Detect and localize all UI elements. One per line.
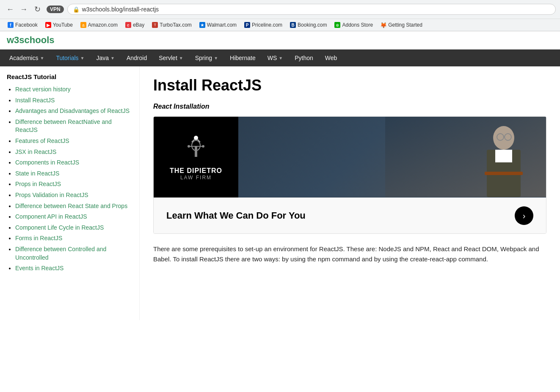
chevron-down-icon: ▼ [80,56,85,60]
addons-icon: ⊕ [334,22,340,28]
bookmarks-bar: f Facebook ▶ YouTube a Amazon.com e eBay… [0,19,560,31]
list-item: Props Validation in ReactJS [15,191,132,200]
nav-item-android[interactable]: Android [121,49,153,66]
ad-image [238,117,546,197]
ad-left-panel: THE DIPIETRO LAW FIRM [154,117,238,197]
ad-cta-button[interactable]: › [515,206,533,225]
list-item: Difference between React State and Props [15,202,132,211]
list-item: Difference between Controlled and Uncont… [15,245,132,262]
bookmark-getting-started[interactable]: 🦊 Getting Started [377,21,426,29]
bookmark-label: Addons Store [342,22,373,28]
sidebar-link-state[interactable]: State in ReactJS [15,170,59,177]
sidebar-link-props-validation[interactable]: Props Validation in ReactJS [15,192,88,198]
list-item: Advantages and Disadvantages of ReactJS [15,107,132,115]
sidebar-link-react-version[interactable]: React version history [15,86,71,93]
lock-icon: 🔒 [73,6,80,13]
amazon-icon: a [80,22,86,28]
bookmark-ebay[interactable]: e eBay [122,21,148,29]
vpn-badge[interactable]: VPN [47,5,64,13]
list-item: Difference between ReactNative and React… [15,118,132,134]
nav-item-hibernate[interactable]: Hibernate [224,49,262,66]
sidebar-link-diff-state-props[interactable]: Difference between React State and Props [15,203,127,209]
chevron-down-icon: ▼ [110,56,115,60]
chevron-down-icon: ▼ [279,56,283,60]
ad-right-panel [238,117,546,197]
bookmark-priceline[interactable]: P Priceline.com [241,21,286,29]
bookmark-walmart[interactable]: ★ Walmart.com [196,21,240,29]
section-heading: React Installation [153,103,546,110]
reload-button[interactable]: ↻ [31,3,43,15]
youtube-icon: ▶ [45,22,51,28]
browser-toolbar: ← → ↻ VPN 🔒 w3schools.blog/install-react… [0,0,560,19]
sidebar-link-events[interactable]: Events in ReactJS [15,265,63,271]
sidebar-link-component-api[interactable]: Component API in ReactJS [15,213,87,220]
bookmark-label: Facebook [15,22,38,28]
bookmark-label: Priceline.com [252,22,282,28]
ad-cta-text: Learn What We Can Do For You [166,210,306,221]
url-text: w3schools.blog/install-reactjs [82,6,159,13]
list-item: Component API in ReactJS [15,213,132,221]
site-header: w3schools [0,31,560,49]
nav-item-python[interactable]: Python [289,49,319,66]
sidebar-link-features[interactable]: Features of ReactJS [15,137,69,144]
law-firm-subtitle: LAW FIRM [180,175,212,181]
bookmark-amazon[interactable]: a Amazon.com [77,21,121,29]
bookmark-label: Amazon.com [88,22,118,28]
sidebar-link-controlled[interactable]: Difference between Controlled and Uncont… [15,246,106,261]
nav-item-spring[interactable]: Spring ▼ [189,49,224,66]
sidebar-link-lifecycle[interactable]: Component Life Cycle in ReactJS [15,224,104,231]
list-item: Events in ReactJS [15,264,132,273]
facebook-icon: f [8,22,14,28]
body-text: There are some prerequisites to set-up a… [153,244,546,264]
bookmark-facebook[interactable]: f Facebook [4,21,41,29]
bookmark-booking[interactable]: B Booking.com [287,21,330,29]
main-nav: Academics ▼ Tutorials ▼ Java ▼ Android S… [0,49,560,66]
bookmark-turbotax[interactable]: T TurboTax.com [149,21,195,29]
svg-point-2 [194,136,198,140]
bookmark-youtube[interactable]: ▶ YouTube [42,21,76,29]
list-item: Forms in ReactJS [15,234,132,243]
svg-point-4 [202,145,204,148]
law-firm-name: THE DIPIETRO [170,167,222,175]
list-item: Component Life Cycle in ReactJS [15,224,132,232]
page-title: Install ReactJS [153,77,546,94]
bookmark-label: TurboTax.com [160,22,192,28]
list-item: React version history [15,85,132,94]
sidebar-link-diff-native[interactable]: Difference between ReactNative and React… [15,118,112,134]
priceline-icon: P [244,22,250,28]
sidebar-link-jsx[interactable]: JSX in ReactJS [15,148,56,155]
sidebar-title: ReactJS Tutorial [7,73,132,80]
nav-item-academics[interactable]: Academics ▼ [3,49,50,66]
address-bar[interactable]: 🔒 w3schools.blog/install-reactjs [67,4,556,15]
bookmark-addons[interactable]: ⊕ Addons Store [331,21,376,29]
ad-banner: i × [153,116,546,234]
sidebar-link-props[interactable]: Props in ReactJS [15,181,61,187]
ebay-icon: e [125,22,131,28]
chevron-down-icon: ▼ [214,56,218,60]
back-button[interactable]: ← [4,3,16,15]
bookmark-label: Walmart.com [207,22,237,28]
nav-item-servlet[interactable]: Servlet ▼ [153,49,189,66]
nav-item-web[interactable]: Web [319,49,343,66]
list-item: State in ReactJS [15,170,132,178]
nav-item-java[interactable]: Java ▼ [90,49,120,66]
nav-item-tutorials[interactable]: Tutorials ▼ [50,49,90,66]
list-item: Features of ReactJS [15,137,132,145]
sidebar-link-install[interactable]: Install ReactJS [15,97,55,104]
bookmark-label: YouTube [53,22,73,28]
site-logo[interactable]: w3schools [7,35,553,46]
forward-button[interactable]: → [18,3,30,15]
list-item: Props in ReactJS [15,180,132,189]
nav-buttons: ← → ↻ [4,3,43,15]
svg-point-3 [188,145,190,148]
nav-item-ws[interactable]: WS ▼ [262,49,289,66]
sidebar-link-components[interactable]: Components in ReactJS [15,159,79,166]
chevron-down-icon: ▼ [40,56,44,60]
ad-content: THE DIPIETRO LAW FIRM [154,117,546,197]
chevron-down-icon: ▼ [179,56,183,60]
sidebar-link-advantages[interactable]: Advantages and Disadvantages of ReactJS [15,107,130,114]
sidebar-link-forms[interactable]: Forms in ReactJS [15,235,62,241]
sidebar: ReactJS Tutorial React version history I… [0,66,140,320]
svg-rect-5 [385,117,546,197]
firefox-icon: 🦊 [381,22,386,28]
